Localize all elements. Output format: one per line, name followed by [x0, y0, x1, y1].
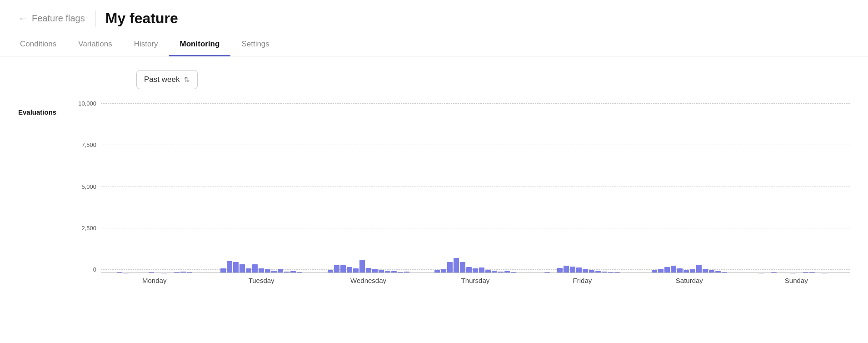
x-label-friday: Friday: [529, 277, 636, 284]
tab-settings[interactable]: Settings: [230, 34, 280, 56]
tab-nav: Conditions Variations History Monitoring…: [0, 34, 868, 56]
chevron-updown-icon: ⇅: [184, 76, 190, 84]
bar: [460, 262, 465, 273]
chart-container: 10,000 7,500 5,000 2,500: [73, 100, 850, 284]
x-label-thursday: Thursday: [422, 277, 529, 284]
bar: [696, 265, 702, 273]
bar: [359, 260, 365, 273]
y-axis-label: Evaluations: [18, 100, 73, 116]
bar: [227, 261, 232, 273]
bar: [252, 264, 258, 273]
grid-label-2500: 2,500: [73, 225, 96, 232]
main-content: Past week ⇅ Evaluations 10,000 7,500: [0, 56, 868, 293]
day-group-thursday: [422, 100, 529, 273]
x-axis: MondayTuesdayWednesdayThursdayFridaySatu…: [101, 277, 850, 284]
day-group-monday: [101, 100, 208, 273]
day-group-sunday: [743, 100, 850, 273]
tab-variations[interactable]: Variations: [67, 34, 123, 56]
day-group-friday: [529, 100, 636, 273]
bar: [239, 264, 245, 273]
chart-area: Evaluations 10,000 7,500 5,000: [18, 100, 850, 284]
back-link[interactable]: ← Feature flags: [18, 13, 85, 25]
x-label-monday: Monday: [101, 277, 208, 284]
back-arrow-icon: ←: [18, 13, 28, 25]
header-divider: [95, 10, 95, 27]
x-label-saturday: Saturday: [636, 277, 743, 284]
tab-conditions[interactable]: Conditions: [18, 34, 67, 56]
day-group-tuesday: [208, 100, 314, 273]
grid-label-7500: 7,500: [73, 141, 96, 148]
bar: [447, 262, 453, 273]
x-label-tuesday: Tuesday: [208, 277, 314, 284]
back-link-label: Feature flags: [32, 13, 85, 24]
grid-label-10000: 10,000: [73, 100, 96, 107]
zero-line: [101, 272, 850, 273]
grid-label-0: 0: [73, 266, 96, 273]
chart-inner: 10,000 7,500 5,000 2,500: [73, 100, 850, 273]
tab-history[interactable]: History: [123, 34, 169, 56]
page-header: ← Feature flags My feature: [0, 0, 868, 34]
tab-monitoring[interactable]: Monitoring: [169, 34, 231, 56]
day-group-saturday: [636, 100, 743, 273]
x-label-sunday: Sunday: [743, 277, 850, 284]
x-label-wednesday: Wednesday: [315, 277, 422, 284]
page-title: My feature: [105, 10, 178, 27]
day-group-wednesday: [315, 100, 422, 273]
period-selected-value: Past week: [144, 75, 180, 84]
bar: [334, 265, 339, 273]
period-select-wrap: Past week ⇅: [136, 70, 850, 89]
grid-label-5000: 5,000: [73, 183, 96, 190]
bar: [454, 258, 459, 273]
bars-layer: [101, 100, 850, 273]
bar: [340, 265, 346, 273]
period-select[interactable]: Past week ⇅: [136, 70, 198, 89]
bar: [233, 262, 239, 273]
